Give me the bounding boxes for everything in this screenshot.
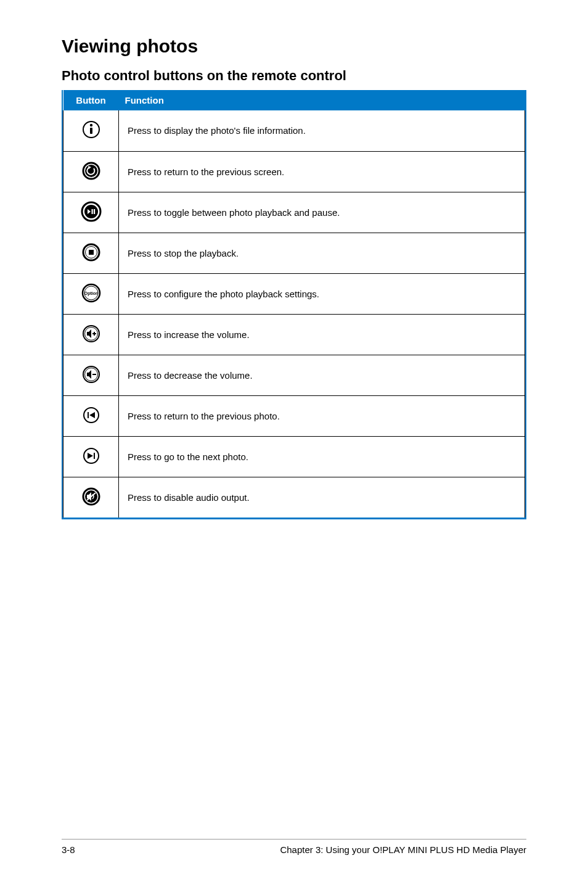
button-cell: Option bbox=[63, 273, 119, 314]
table-row: Option Press to configure the photo play… bbox=[63, 273, 525, 314]
option-icon: Option bbox=[81, 283, 101, 305]
button-cell bbox=[63, 477, 119, 518]
button-cell bbox=[63, 151, 119, 192]
svg-rect-25 bbox=[94, 453, 95, 459]
header-button: Button bbox=[63, 90, 119, 110]
table-row: Press to stop the playback. bbox=[63, 233, 525, 273]
function-cell: Press to disable audio output. bbox=[119, 477, 525, 518]
volume-down-icon bbox=[82, 365, 100, 386]
button-cell bbox=[63, 192, 119, 233]
function-cell: Press to display the photo's file inform… bbox=[119, 110, 525, 151]
page-footer: 3-8 Chapter 3: Using your O!PLAY MINI PL… bbox=[62, 839, 526, 855]
svg-rect-7 bbox=[91, 209, 92, 214]
button-cell bbox=[63, 110, 119, 151]
section-subtitle: Photo control buttons on the remote cont… bbox=[62, 68, 526, 84]
table-row: Press to return to the previous screen. bbox=[63, 151, 525, 192]
button-cell bbox=[63, 355, 119, 395]
return-icon bbox=[82, 162, 100, 182]
table-row: Press to return to the previous photo. bbox=[63, 395, 525, 436]
chapter-label: Chapter 3: Using your O!PLAY MINI PLUS H… bbox=[280, 844, 526, 855]
button-cell bbox=[63, 395, 119, 436]
table-header-row: Button Function bbox=[63, 90, 525, 110]
function-cell: Press to return to the previous screen. bbox=[119, 151, 525, 192]
svg-rect-1 bbox=[90, 128, 92, 134]
svg-rect-21 bbox=[92, 374, 96, 375]
table-row: Press to decrease the volume. bbox=[63, 355, 525, 395]
volume-up-icon bbox=[82, 324, 100, 345]
page-number: 3-8 bbox=[62, 844, 75, 855]
svg-rect-18 bbox=[94, 332, 95, 336]
mute-icon bbox=[82, 487, 100, 508]
function-cell: Press to increase the volume. bbox=[119, 314, 525, 355]
table-row: Press to toggle between photo playback a… bbox=[63, 192, 525, 233]
stop-icon bbox=[82, 243, 100, 263]
svg-rect-23 bbox=[88, 412, 89, 418]
button-function-table-wrap: Button Function Press to display the pho… bbox=[62, 90, 526, 519]
function-cell: Press to stop the playback. bbox=[119, 233, 525, 273]
info-icon bbox=[82, 120, 100, 141]
function-cell: Press to configure the photo playback se… bbox=[119, 273, 525, 314]
document-page: Viewing photos Photo control buttons on … bbox=[0, 0, 588, 887]
page-title: Viewing photos bbox=[62, 36, 526, 57]
svg-rect-8 bbox=[94, 209, 95, 214]
function-cell: Press to decrease the volume. bbox=[119, 355, 525, 395]
button-function-table: Button Function Press to display the pho… bbox=[63, 90, 525, 518]
table-row: Press to disable audio output. bbox=[63, 477, 525, 518]
svg-rect-11 bbox=[89, 250, 94, 255]
svg-point-6 bbox=[84, 205, 98, 218]
svg-text:Option: Option bbox=[84, 291, 98, 296]
function-cell: Press to return to the previous photo. bbox=[119, 395, 525, 436]
table-row: Press to display the photo's file inform… bbox=[63, 110, 525, 151]
button-cell bbox=[63, 233, 119, 273]
button-cell bbox=[63, 314, 119, 355]
next-icon bbox=[83, 447, 100, 466]
svg-point-2 bbox=[89, 124, 92, 126]
table-row: Press to go to the next photo. bbox=[63, 436, 525, 477]
play-pause-icon bbox=[81, 201, 102, 224]
previous-icon bbox=[83, 406, 100, 426]
function-cell: Press to go to the next photo. bbox=[119, 436, 525, 477]
function-cell: Press to toggle between photo playback a… bbox=[119, 192, 525, 233]
table-row: Press to increase the volume. bbox=[63, 314, 525, 355]
header-function: Function bbox=[119, 90, 525, 110]
button-cell bbox=[63, 436, 119, 477]
